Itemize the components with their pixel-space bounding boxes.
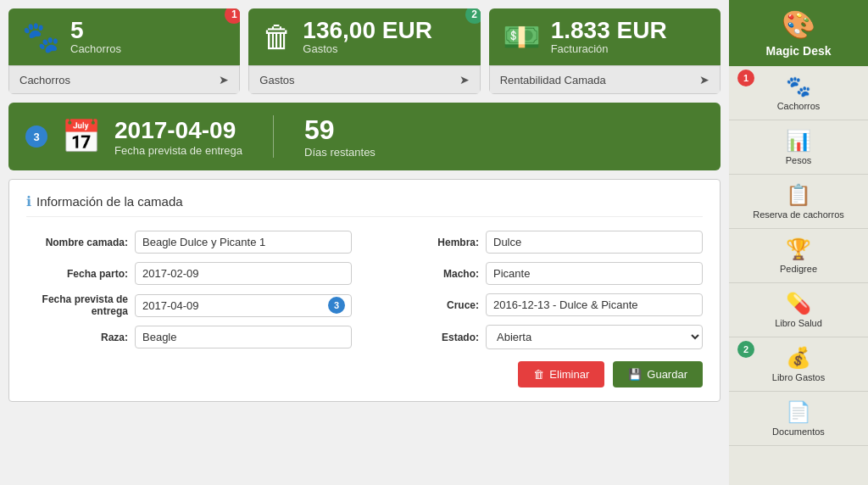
sidebar-badge-2: 2 xyxy=(737,341,754,358)
facturacion-amount: 1.833 EUR xyxy=(551,19,667,42)
calendar-icon: 📅 xyxy=(61,118,101,155)
sidebar-item-libro-gastos[interactable]: 2 💰 Libro Gastos xyxy=(729,337,868,392)
top-cards-row: 1 🐾 5 Cachorros Cachorros ➤ 2 🗑 136,00 E… xyxy=(8,8,721,94)
sidebar-expense-icon: 💰 xyxy=(786,346,811,370)
days-value: 59 xyxy=(304,114,376,146)
gastos-label: Gastos xyxy=(303,42,432,55)
facturacion-label: Facturación xyxy=(551,42,667,55)
arrow-right-icon: ➤ xyxy=(699,73,709,86)
delete-button[interactable]: 🗑 Eliminar xyxy=(518,361,604,387)
card-cachorros: 1 🐾 5 Cachorros Cachorros ➤ xyxy=(8,8,240,94)
days-label: Días restantes xyxy=(304,146,376,159)
card-gastos: 2 🗑 136,00 EUR Gastos Gastos ➤ xyxy=(248,8,480,94)
row-macho: Macho: xyxy=(377,262,703,285)
form-right: Hembra: Macho: Cruce: Estado: Abierta Ce… xyxy=(377,231,703,349)
sidebar-libro-salud-label: Libro Salud xyxy=(775,318,822,328)
nombre-input[interactable] xyxy=(135,231,352,254)
raza-label: Raza: xyxy=(26,332,128,343)
row-fecha-parto: Fecha parto: xyxy=(26,262,352,285)
sidebar-badge-1: 1 xyxy=(737,70,754,86)
dollar-icon: 💵 xyxy=(503,20,541,55)
row-raza: Raza: xyxy=(26,326,352,348)
form-actions: 🗑 Eliminar 💾 Guardar xyxy=(26,361,703,387)
sidebar-item-reserva[interactable]: 📋 Reserva de cachorros xyxy=(729,175,868,229)
info-title-text: Información de la camada xyxy=(36,194,183,209)
row-hembra: Hembra: xyxy=(377,231,703,254)
row-fecha-prevista: Fecha prevista deentrega 3 xyxy=(26,293,352,317)
sidebar-item-libro-salud[interactable]: 💊 Libro Salud xyxy=(729,283,868,337)
gastos-link: Gastos xyxy=(259,74,294,86)
cruce-label: Cruce: xyxy=(377,299,479,311)
sidebar-item-pesos[interactable]: 📊 Pesos xyxy=(729,120,868,175)
gastos-bottom[interactable]: Gastos ➤ xyxy=(248,65,480,94)
sidebar-items: 1 🐾 Cachorros 📊 Pesos 📋 Reserva de cacho… xyxy=(729,66,868,485)
hembra-input[interactable] xyxy=(486,231,703,254)
nombre-label: Nombre camada: xyxy=(26,237,128,248)
cachorros-bottom[interactable]: Cachorros ➤ xyxy=(8,65,240,94)
sidebar-chart-icon: 📊 xyxy=(786,129,811,153)
facturacion-bottom[interactable]: Rentabilidad Camada ➤ xyxy=(489,65,721,94)
cruce-input[interactable] xyxy=(486,293,703,316)
sidebar-item-cachorros[interactable]: 1 🐾 Cachorros xyxy=(729,66,868,120)
sidebar-pesos-label: Pesos xyxy=(786,155,812,165)
date-sublabel: Fecha prevista de entrega xyxy=(114,144,242,157)
sidebar-header: 🎨 Magic Desk xyxy=(729,0,868,66)
sidebar-reserva-label: Reserva de cachorros xyxy=(753,209,844,220)
cachorros-label: Cachorros xyxy=(70,42,121,55)
date-card: 3 📅 2017-04-09 Fecha prevista de entrega… xyxy=(8,103,721,170)
sidebar-pedigree-label: Pedigree xyxy=(780,264,817,274)
save-label: Guardar xyxy=(647,368,687,381)
hembra-label: Hembra: xyxy=(377,237,479,248)
sidebar-paw-icon: 🐾 xyxy=(786,75,811,98)
row-cruce: Cruce: xyxy=(377,293,703,316)
sidebar-libro-gastos-label: Libro Gastos xyxy=(772,372,825,382)
raza-input[interactable] xyxy=(135,326,352,348)
sidebar-item-doc[interactable]: 📄 Documentos xyxy=(729,392,868,446)
fecha-badge-3: 3 xyxy=(328,297,345,314)
macho-label: Macho: xyxy=(377,268,479,280)
save-icon: 💾 xyxy=(628,368,642,381)
sidebar-pedigree-icon: 🏆 xyxy=(786,237,811,261)
date-divider xyxy=(273,115,274,158)
form-left: Nombre camada: Fecha parto: Fecha previs… xyxy=(26,231,352,349)
sidebar: 🎨 Magic Desk 1 🐾 Cachorros 📊 Pesos 📋 Res… xyxy=(729,0,868,485)
fecha-prevista-input[interactable] xyxy=(135,294,352,317)
arrow-right-icon: ➤ xyxy=(459,73,470,86)
fecha-prevista-container: 3 xyxy=(135,294,352,317)
estado-label: Estado: xyxy=(377,332,479,343)
fecha-parto-input[interactable] xyxy=(135,262,352,285)
sidebar-title: Magic Desk xyxy=(765,44,831,58)
date-value: 2017-04-09 xyxy=(114,117,242,144)
save-button[interactable]: 💾 Guardar xyxy=(613,361,703,387)
paw-icon: 🐾 xyxy=(22,20,60,55)
trash-icon: 🗑 xyxy=(533,368,544,381)
cachorros-count: 5 xyxy=(70,19,121,42)
delete-label: Eliminar xyxy=(549,368,589,381)
cart-icon: 🗑 xyxy=(262,20,292,55)
palette-icon: 🎨 xyxy=(782,8,815,41)
info-title: ℹ Información de la camada xyxy=(26,193,703,217)
row-nombre: Nombre camada: xyxy=(26,231,352,254)
estado-select[interactable]: Abierta Cerrada Pendiente xyxy=(486,325,703,349)
sidebar-doc-label: Documentos xyxy=(772,426,825,437)
info-icon: ℹ xyxy=(26,193,31,209)
date-badge: 3 xyxy=(25,125,47,148)
gastos-amount: 136,00 EUR xyxy=(303,19,432,42)
main-content: 1 🐾 5 Cachorros Cachorros ➤ 2 🗑 136,00 E… xyxy=(0,0,729,485)
badge-1: 1 xyxy=(225,8,240,24)
cachorros-link: Cachorros xyxy=(19,74,70,86)
sidebar-health-icon: 💊 xyxy=(786,292,811,315)
info-section: ℹ Información de la camada Nombre camada… xyxy=(8,179,721,402)
badge-2: 2 xyxy=(465,8,481,24)
row-estado: Estado: Abierta Cerrada Pendiente xyxy=(377,325,703,349)
fecha-prevista-label: Fecha prevista deentrega xyxy=(26,293,128,317)
sidebar-cal-icon: 📋 xyxy=(786,183,811,207)
form-grid: Nombre camada: Fecha parto: Fecha previs… xyxy=(26,231,703,349)
macho-input[interactable] xyxy=(486,262,703,285)
sidebar-cachorros-label: Cachorros xyxy=(777,101,821,111)
fecha-parto-label: Fecha parto: xyxy=(26,268,128,280)
facturacion-link: Rentabilidad Camada xyxy=(500,74,606,86)
sidebar-doc-icon: 📄 xyxy=(786,400,811,424)
card-facturacion: 💵 1.833 EUR Facturación Rentabilidad Cam… xyxy=(489,8,721,94)
sidebar-item-pedigree[interactable]: 🏆 Pedigree xyxy=(729,229,868,283)
